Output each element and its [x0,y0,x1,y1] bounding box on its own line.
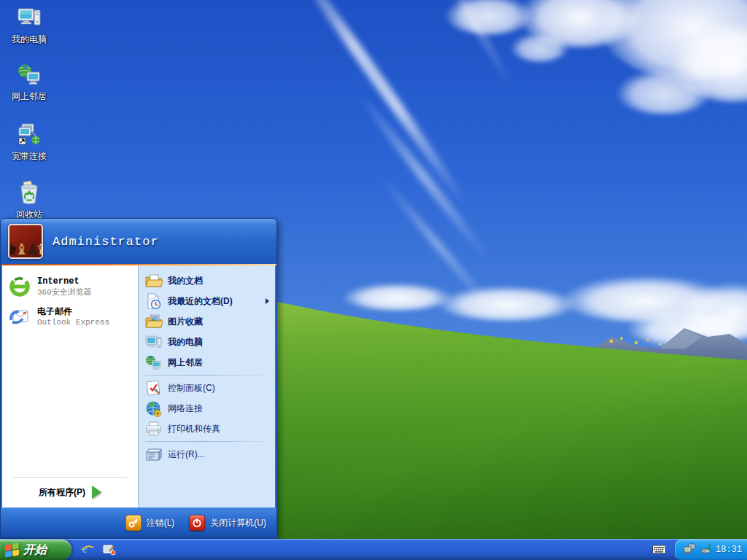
pinned-item-title: 电子邮件 [37,306,109,318]
menu-item-network-connections[interactable]: 网络连接 [142,398,273,419]
network-status-icon[interactable] [684,543,696,556]
desktop-icon-label: 我的电脑 [12,34,47,44]
menu-item-my-pictures[interactable]: 图片收藏 [142,311,273,332]
menu-item-label: 网络连接 [168,402,203,415]
start-menu-right-column: 我的文档 我最近的文档(D) [138,265,275,508]
user-avatar[interactable]: ♚♝♟♛ [8,224,43,259]
my-pictures-icon [144,313,163,331]
menu-item-run[interactable]: 运行(R)... [142,444,273,464]
pinned-item-email[interactable]: 电子邮件 Outlook Express [2,301,138,330]
network-connections-icon [144,400,163,418]
menu-item-label: 我的文档 [168,275,203,287]
all-programs-label: 所有程序(P) [39,486,85,499]
tray-clock[interactable]: 18:31 [716,545,742,555]
menu-item-label: 运行(R)... [168,448,205,461]
menu-item-control-panel[interactable]: 控制面板(C) [142,378,273,398]
menu-item-printers-faxes[interactable]: 打印机和传真 [142,419,273,439]
desktop-icon-my-computer[interactable]: 我的电脑 [0,4,58,45]
quick-launch-bar: e [80,542,116,556]
start-button-label: 开始 [23,542,47,558]
divider [12,477,128,478]
my-computer-icon [144,333,163,351]
menu-item-my-computer[interactable]: 我的电脑 [142,332,273,352]
start-menu-left-column: Internet 360安全浏览器 电子邮件 Outlook Expres [2,265,138,508]
recent-documents-icon [144,292,163,311]
menu-item-label: 我的电脑 [168,336,203,349]
pinned-item-subtitle: Outlook Express [37,318,109,327]
network-places-icon [144,354,163,372]
submenu-arrow-icon [266,298,269,304]
desktop-icon-broadband[interactable]: 宽带连接 [0,121,58,162]
start-menu-body: Internet 360安全浏览器 电子邮件 Outlook Expres [2,265,275,508]
menu-item-label: 我最近的文档(D) [168,295,233,308]
pinned-item-subtitle: 360安全浏览器 [37,287,92,298]
safely-remove-icon[interactable] [700,543,711,557]
my-documents-icon [144,272,163,290]
desktop-icon-network-places[interactable]: 网上邻居 [0,61,58,102]
log-off-label: 注销(L) [147,517,175,529]
start-menu: ♚♝♟♛ Administrator Internet 360安全浏览器 [0,218,277,539]
desktop-icon-label: 网上邻居 [12,91,47,101]
turn-off-computer-button[interactable]: 关闭计算机(U) [189,515,266,531]
menu-item-label: 控制面板(C) [168,382,215,394]
windows-flag-icon [5,542,20,557]
printers-faxes-icon [144,420,163,438]
system-tray: 18:31 [674,540,747,560]
control-panel-icon [144,379,163,397]
browser-360-icon [8,275,31,298]
outlook-express-icon [8,304,31,327]
broadband-connection-icon [16,121,42,147]
menu-item-my-documents[interactable]: 我的文档 [142,271,273,291]
show-desktop-icon[interactable] [101,542,116,556]
log-off-button[interactable]: 注销(L) [125,515,175,531]
chess-pieces-image: ♚♝♟♛ [8,241,43,257]
menu-item-label: 网上邻居 [168,357,203,369]
menu-item-network-places[interactable]: 网上邻居 [142,352,273,373]
desktop-icon-label: 宽带连接 [12,151,47,161]
internet-explorer-icon[interactable]: e [80,542,95,556]
pinned-item-internet[interactable]: Internet 360安全浏览器 [2,272,138,301]
start-menu-footer: 注销(L) 关闭计算机(U) [1,508,276,538]
all-programs-arrow-icon [92,486,101,499]
menu-item-label: 图片收藏 [168,316,203,328]
pinned-item-title: Internet [37,276,92,287]
start-button[interactable]: 开始 [0,540,71,560]
run-icon [144,446,163,464]
power-icon [189,515,205,531]
my-computer-icon [16,4,42,31]
all-programs-button[interactable]: 所有程序(P) [2,481,138,508]
turn-off-label: 关闭计算机(U) [210,517,266,529]
network-places-icon [16,61,42,88]
user-name: Administrator [53,235,159,249]
menu-item-label: 打印机和传真 [168,423,220,435]
keyboard-icon[interactable] [652,544,666,557]
recycle-bin-icon [16,179,42,206]
menu-item-recent-documents[interactable]: 我最近的文档(D) [142,291,273,311]
taskbar: 开始 e [0,539,747,560]
divider [145,441,267,442]
desktop-icon-recycle-bin[interactable]: 回收站 [0,179,58,220]
desktop: 我的电脑 网上邻居 宽带连接 回收站 [0,0,747,560]
divider [145,375,267,376]
start-menu-header: ♚♝♟♛ Administrator [1,219,276,264]
log-off-key-icon [125,515,142,531]
